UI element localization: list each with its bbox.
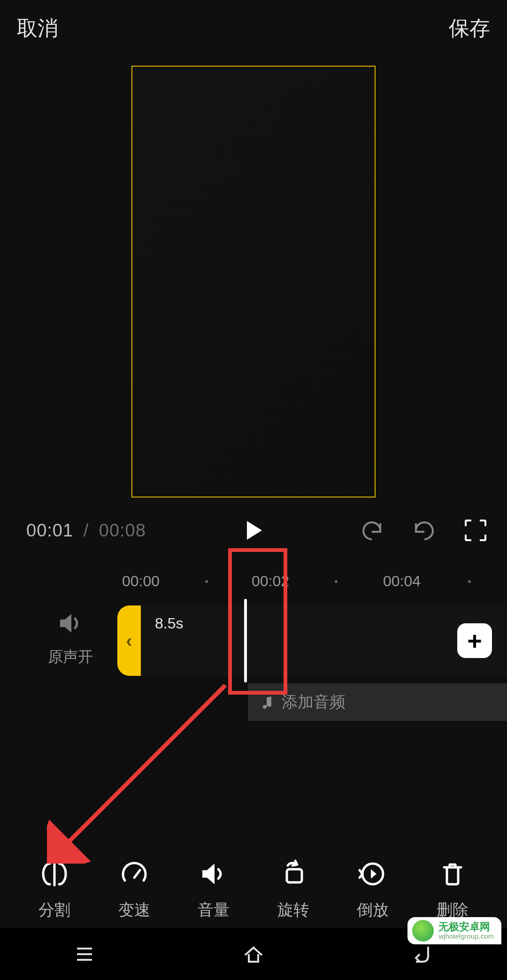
fullscreen-button[interactable] xyxy=(463,518,488,543)
original-sound-toggle[interactable]: 原声开 xyxy=(42,610,99,667)
ruler-dot xyxy=(468,580,471,583)
total-duration: 00:08 xyxy=(99,521,146,540)
play-icon xyxy=(242,519,265,542)
svg-rect-3 xyxy=(287,869,302,882)
transport-right xyxy=(360,518,488,543)
time-separator: / xyxy=(79,521,94,540)
volume-icon xyxy=(199,859,229,889)
tool-label: 变速 xyxy=(118,899,150,921)
playhead[interactable] xyxy=(244,599,247,682)
add-audio-label: 添加音频 xyxy=(282,691,346,713)
ruler-dot xyxy=(205,580,208,583)
trash-icon xyxy=(438,859,468,889)
time-display: 00:01 / 00:08 xyxy=(26,521,146,541)
music-note-icon xyxy=(258,695,273,710)
site-watermark: 无极安卓网 wjhotelgroup.com xyxy=(407,917,501,944)
nav-recent-button[interactable] xyxy=(71,941,98,967)
ruler-dot xyxy=(335,580,338,583)
speaker-icon xyxy=(57,610,84,636)
video-preview[interactable] xyxy=(131,66,376,498)
tool-label: 音量 xyxy=(198,899,230,921)
current-time: 00:01 xyxy=(26,521,73,540)
video-clip[interactable]: ‹ 8.5s + xyxy=(117,605,507,676)
tool-label: 旋转 xyxy=(277,899,309,921)
tool-label: 倒放 xyxy=(357,899,389,921)
transport-bar: 00:01 / 00:08 xyxy=(0,507,507,554)
add-clip-button[interactable]: + xyxy=(457,623,492,658)
clip-left-handle[interactable]: ‹ xyxy=(117,605,141,676)
annotation-arrow xyxy=(47,666,244,864)
rotate-icon xyxy=(278,859,308,889)
top-bar: 取消 保存 xyxy=(0,0,507,56)
nav-back-button[interactable] xyxy=(409,941,436,967)
add-audio-button[interactable]: 添加音频 xyxy=(248,683,507,721)
watermark-logo-icon xyxy=(412,920,434,942)
nav-home-button[interactable] xyxy=(240,941,267,967)
redo-button[interactable] xyxy=(411,518,437,543)
svg-line-0 xyxy=(61,685,225,850)
cancel-button[interactable]: 取消 xyxy=(17,15,58,42)
svg-line-2 xyxy=(134,870,140,878)
ruler-tick: 00:02 xyxy=(252,573,289,590)
original-sound-label: 原声开 xyxy=(42,647,99,667)
split-icon xyxy=(39,859,69,889)
timeline-ruler[interactable]: 00:00 00:02 00:04 xyxy=(0,573,507,601)
undo-button[interactable] xyxy=(360,518,385,543)
watermark-title: 无极安卓网 xyxy=(438,921,494,933)
clip-duration-label: 8.5s xyxy=(155,615,183,632)
ruler-tick: 00:04 xyxy=(383,573,421,590)
watermark-subtitle: wjhotelgroup.com xyxy=(438,933,494,941)
play-button[interactable] xyxy=(239,516,268,544)
speed-icon xyxy=(119,859,149,889)
tool-label: 分割 xyxy=(38,899,70,921)
reverse-icon xyxy=(358,859,388,889)
ruler-tick: 00:00 xyxy=(122,573,160,590)
save-button[interactable]: 保存 xyxy=(449,15,490,42)
